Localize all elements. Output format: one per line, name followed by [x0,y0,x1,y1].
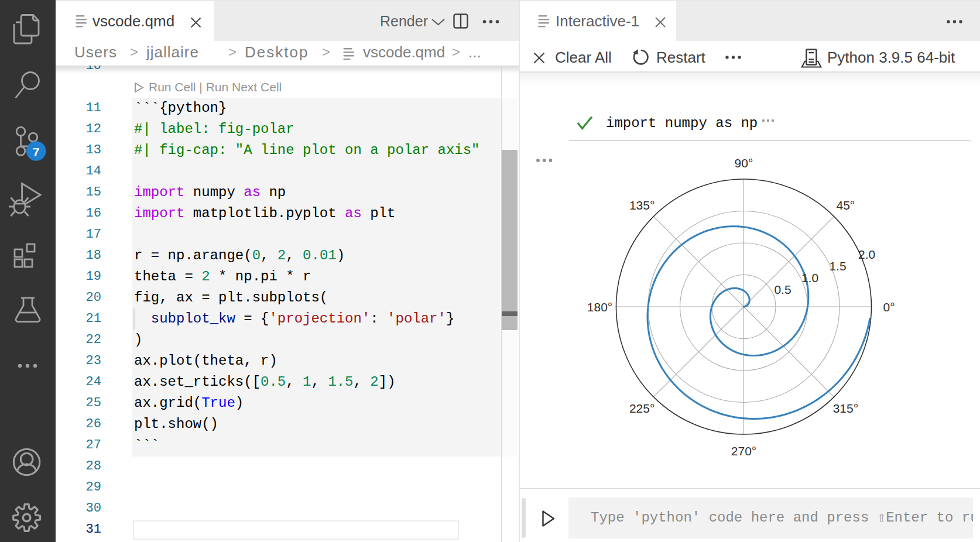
svg-text:1.5: 1.5 [829,259,846,273]
svg-text:1.0: 1.0 [801,271,818,284]
svg-text:45°: 45° [837,198,855,212]
svg-text:135°: 135° [629,198,655,212]
svg-text:7: 7 [33,145,40,159]
svg-text:225°: 225° [629,402,655,415]
svg-text:2.0: 2.0 [858,248,875,261]
svg-text:0.5: 0.5 [774,283,791,296]
svg-text:0°: 0° [883,300,895,314]
svg-text:270°: 270° [731,444,756,458]
svg-text:180°: 180° [587,300,612,314]
svg-text:90°: 90° [735,156,753,170]
svg-text:315°: 315° [833,402,858,415]
